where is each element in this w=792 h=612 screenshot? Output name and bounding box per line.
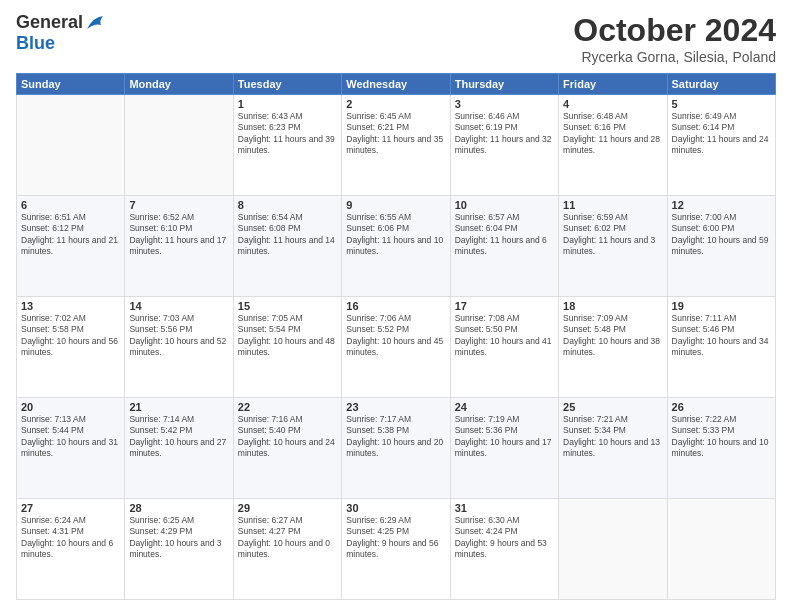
day-number: 4: [563, 98, 662, 110]
title-block: October 2024 Rycerka Gorna, Silesia, Pol…: [573, 12, 776, 65]
day-detail: Sunrise: 7:21 AMSunset: 5:34 PMDaylight:…: [563, 414, 662, 460]
calendar-cell: 23Sunrise: 7:17 AMSunset: 5:38 PMDayligh…: [342, 398, 450, 499]
month-title: October 2024: [573, 12, 776, 49]
day-number: 18: [563, 300, 662, 312]
day-detail: Sunrise: 7:14 AMSunset: 5:42 PMDaylight:…: [129, 414, 228, 460]
weekday-header-tuesday: Tuesday: [233, 74, 341, 95]
day-detail: Sunrise: 7:13 AMSunset: 5:44 PMDaylight:…: [21, 414, 120, 460]
calendar-table: SundayMondayTuesdayWednesdayThursdayFrid…: [16, 73, 776, 600]
day-detail: Sunrise: 7:00 AMSunset: 6:00 PMDaylight:…: [672, 212, 771, 258]
day-number: 5: [672, 98, 771, 110]
day-detail: Sunrise: 6:25 AMSunset: 4:29 PMDaylight:…: [129, 515, 228, 561]
day-number: 26: [672, 401, 771, 413]
day-number: 1: [238, 98, 337, 110]
day-detail: Sunrise: 6:43 AMSunset: 6:23 PMDaylight:…: [238, 111, 337, 157]
weekday-header-wednesday: Wednesday: [342, 74, 450, 95]
calendar-cell: 26Sunrise: 7:22 AMSunset: 5:33 PMDayligh…: [667, 398, 775, 499]
weekday-header-saturday: Saturday: [667, 74, 775, 95]
calendar-cell: 16Sunrise: 7:06 AMSunset: 5:52 PMDayligh…: [342, 297, 450, 398]
calendar-week-3: 20Sunrise: 7:13 AMSunset: 5:44 PMDayligh…: [17, 398, 776, 499]
day-number: 31: [455, 502, 554, 514]
day-detail: Sunrise: 6:57 AMSunset: 6:04 PMDaylight:…: [455, 212, 554, 258]
calendar-cell: [667, 499, 775, 600]
calendar-cell: 10Sunrise: 6:57 AMSunset: 6:04 PMDayligh…: [450, 196, 558, 297]
calendar-cell: 30Sunrise: 6:29 AMSunset: 4:25 PMDayligh…: [342, 499, 450, 600]
day-number: 23: [346, 401, 445, 413]
day-number: 9: [346, 199, 445, 211]
day-detail: Sunrise: 6:59 AMSunset: 6:02 PMDaylight:…: [563, 212, 662, 258]
calendar-cell: 31Sunrise: 6:30 AMSunset: 4:24 PMDayligh…: [450, 499, 558, 600]
calendar-cell: 20Sunrise: 7:13 AMSunset: 5:44 PMDayligh…: [17, 398, 125, 499]
day-detail: Sunrise: 7:11 AMSunset: 5:46 PMDaylight:…: [672, 313, 771, 359]
day-detail: Sunrise: 7:09 AMSunset: 5:48 PMDaylight:…: [563, 313, 662, 359]
calendar-week-0: 1Sunrise: 6:43 AMSunset: 6:23 PMDaylight…: [17, 95, 776, 196]
day-detail: Sunrise: 7:05 AMSunset: 5:54 PMDaylight:…: [238, 313, 337, 359]
calendar-cell: 12Sunrise: 7:00 AMSunset: 6:00 PMDayligh…: [667, 196, 775, 297]
calendar-cell: 11Sunrise: 6:59 AMSunset: 6:02 PMDayligh…: [559, 196, 667, 297]
day-detail: Sunrise: 6:48 AMSunset: 6:16 PMDaylight:…: [563, 111, 662, 157]
day-detail: Sunrise: 7:17 AMSunset: 5:38 PMDaylight:…: [346, 414, 445, 460]
day-number: 24: [455, 401, 554, 413]
calendar-cell: 7Sunrise: 6:52 AMSunset: 6:10 PMDaylight…: [125, 196, 233, 297]
calendar-week-1: 6Sunrise: 6:51 AMSunset: 6:12 PMDaylight…: [17, 196, 776, 297]
day-detail: Sunrise: 6:46 AMSunset: 6:19 PMDaylight:…: [455, 111, 554, 157]
day-detail: Sunrise: 7:22 AMSunset: 5:33 PMDaylight:…: [672, 414, 771, 460]
day-detail: Sunrise: 6:54 AMSunset: 6:08 PMDaylight:…: [238, 212, 337, 258]
day-detail: Sunrise: 6:55 AMSunset: 6:06 PMDaylight:…: [346, 212, 445, 258]
location: Rycerka Gorna, Silesia, Poland: [573, 49, 776, 65]
day-number: 21: [129, 401, 228, 413]
day-number: 27: [21, 502, 120, 514]
logo-blue-text: Blue: [16, 33, 55, 54]
calendar-cell: 22Sunrise: 7:16 AMSunset: 5:40 PMDayligh…: [233, 398, 341, 499]
day-number: 11: [563, 199, 662, 211]
calendar-cell: 19Sunrise: 7:11 AMSunset: 5:46 PMDayligh…: [667, 297, 775, 398]
day-number: 30: [346, 502, 445, 514]
day-detail: Sunrise: 6:29 AMSunset: 4:25 PMDaylight:…: [346, 515, 445, 561]
calendar-cell: 2Sunrise: 6:45 AMSunset: 6:21 PMDaylight…: [342, 95, 450, 196]
calendar-cell: 17Sunrise: 7:08 AMSunset: 5:50 PMDayligh…: [450, 297, 558, 398]
day-detail: Sunrise: 6:30 AMSunset: 4:24 PMDaylight:…: [455, 515, 554, 561]
day-number: 8: [238, 199, 337, 211]
day-number: 15: [238, 300, 337, 312]
day-detail: Sunrise: 6:52 AMSunset: 6:10 PMDaylight:…: [129, 212, 228, 258]
day-number: 6: [21, 199, 120, 211]
logo-bird-icon: [85, 15, 107, 31]
day-number: 12: [672, 199, 771, 211]
day-number: 14: [129, 300, 228, 312]
day-detail: Sunrise: 7:02 AMSunset: 5:58 PMDaylight:…: [21, 313, 120, 359]
calendar-cell: 21Sunrise: 7:14 AMSunset: 5:42 PMDayligh…: [125, 398, 233, 499]
day-number: 7: [129, 199, 228, 211]
calendar-cell: [559, 499, 667, 600]
day-detail: Sunrise: 6:45 AMSunset: 6:21 PMDaylight:…: [346, 111, 445, 157]
calendar-cell: 15Sunrise: 7:05 AMSunset: 5:54 PMDayligh…: [233, 297, 341, 398]
calendar-cell: 4Sunrise: 6:48 AMSunset: 6:16 PMDaylight…: [559, 95, 667, 196]
weekday-header-sunday: Sunday: [17, 74, 125, 95]
calendar-cell: [125, 95, 233, 196]
calendar-cell: 6Sunrise: 6:51 AMSunset: 6:12 PMDaylight…: [17, 196, 125, 297]
calendar-cell: 14Sunrise: 7:03 AMSunset: 5:56 PMDayligh…: [125, 297, 233, 398]
calendar-cell: 18Sunrise: 7:09 AMSunset: 5:48 PMDayligh…: [559, 297, 667, 398]
calendar-cell: 5Sunrise: 6:49 AMSunset: 6:14 PMDaylight…: [667, 95, 775, 196]
day-detail: Sunrise: 7:19 AMSunset: 5:36 PMDaylight:…: [455, 414, 554, 460]
day-number: 28: [129, 502, 228, 514]
day-detail: Sunrise: 6:27 AMSunset: 4:27 PMDaylight:…: [238, 515, 337, 561]
day-detail: Sunrise: 7:08 AMSunset: 5:50 PMDaylight:…: [455, 313, 554, 359]
header: General Blue October 2024 Rycerka Gorna,…: [16, 12, 776, 65]
day-detail: Sunrise: 7:03 AMSunset: 5:56 PMDaylight:…: [129, 313, 228, 359]
calendar-cell: 27Sunrise: 6:24 AMSunset: 4:31 PMDayligh…: [17, 499, 125, 600]
logo-general-text: General: [16, 12, 83, 33]
weekday-header-monday: Monday: [125, 74, 233, 95]
weekday-header-thursday: Thursday: [450, 74, 558, 95]
day-detail: Sunrise: 6:24 AMSunset: 4:31 PMDaylight:…: [21, 515, 120, 561]
calendar-cell: 25Sunrise: 7:21 AMSunset: 5:34 PMDayligh…: [559, 398, 667, 499]
day-detail: Sunrise: 6:49 AMSunset: 6:14 PMDaylight:…: [672, 111, 771, 157]
day-detail: Sunrise: 7:16 AMSunset: 5:40 PMDaylight:…: [238, 414, 337, 460]
calendar-cell: 1Sunrise: 6:43 AMSunset: 6:23 PMDaylight…: [233, 95, 341, 196]
calendar-cell: 13Sunrise: 7:02 AMSunset: 5:58 PMDayligh…: [17, 297, 125, 398]
day-number: 13: [21, 300, 120, 312]
page: General Blue October 2024 Rycerka Gorna,…: [0, 0, 792, 612]
calendar-week-2: 13Sunrise: 7:02 AMSunset: 5:58 PMDayligh…: [17, 297, 776, 398]
calendar-cell: 8Sunrise: 6:54 AMSunset: 6:08 PMDaylight…: [233, 196, 341, 297]
calendar-cell: 9Sunrise: 6:55 AMSunset: 6:06 PMDaylight…: [342, 196, 450, 297]
weekday-header-friday: Friday: [559, 74, 667, 95]
